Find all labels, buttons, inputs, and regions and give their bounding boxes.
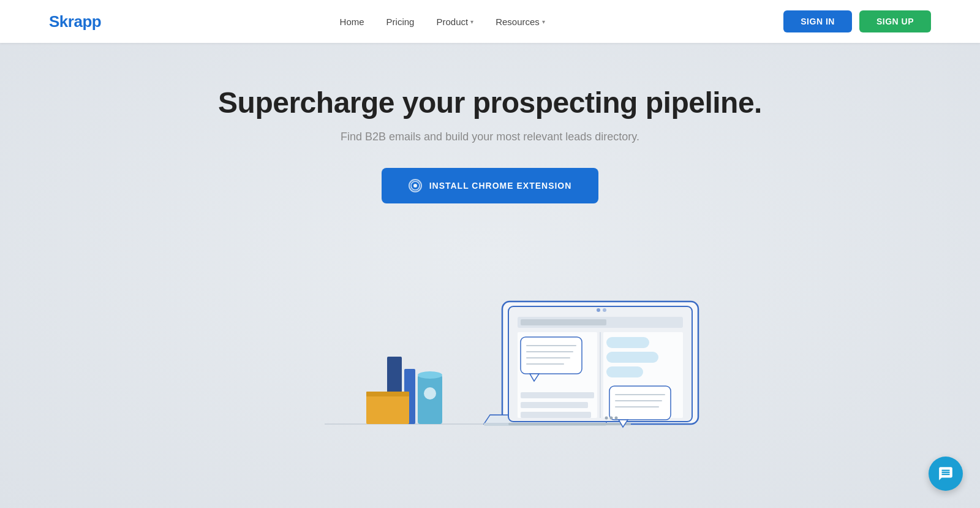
product-chevron-icon: ▾ (470, 18, 473, 25)
svg-rect-26 (606, 337, 649, 348)
chrome-icon (409, 179, 422, 192)
svg-rect-36 (521, 402, 588, 408)
svg-rect-30 (609, 386, 671, 420)
svg-point-7 (424, 387, 436, 400)
chat-widget[interactable] (929, 457, 963, 491)
resources-chevron-icon: ▾ (542, 18, 545, 25)
svg-point-38 (605, 417, 608, 420)
chat-bubble-icon (938, 466, 954, 482)
svg-point-39 (610, 417, 613, 420)
nav-links: Home Pricing Product ▾ Resources ▾ (340, 17, 545, 27)
svg-rect-19 (521, 337, 582, 374)
svg-point-6 (418, 371, 442, 379)
hero-title: Supercharge your prospecting pipeline. (218, 86, 762, 119)
svg-rect-17 (521, 319, 606, 325)
hero-section: Supercharge your prospecting pipeline. F… (0, 43, 980, 442)
svg-rect-12 (508, 423, 631, 425)
svg-point-14 (597, 308, 600, 312)
svg-rect-27 (606, 352, 658, 363)
svg-point-1 (413, 184, 417, 188)
nav-product[interactable]: Product ▾ (436, 17, 473, 27)
svg-rect-37 (521, 412, 591, 418)
svg-point-15 (603, 308, 606, 312)
logo[interactable]: Skrapp (49, 12, 101, 31)
svg-rect-8 (366, 393, 409, 424)
nav-actions: SIGN IN SIGN UP (783, 10, 931, 32)
nav-pricing[interactable]: Pricing (386, 17, 415, 27)
hero-illustration (0, 234, 980, 442)
svg-rect-28 (606, 366, 643, 377)
cta-button[interactable]: INSTALL CHROME EXTENSION (382, 168, 599, 203)
svg-rect-35 (521, 392, 594, 398)
signup-button[interactable]: SIGN UP (859, 10, 931, 32)
page-wrapper: Skrapp Home Pricing Product ▾ Resources … (0, 0, 980, 508)
hero-subtitle: Find B2B emails and build your most rele… (341, 131, 639, 143)
navbar: Skrapp Home Pricing Product ▾ Resources … (0, 0, 980, 43)
svg-rect-9 (366, 392, 409, 396)
nav-resources[interactable]: Resources ▾ (496, 17, 545, 27)
nav-home[interactable]: Home (340, 17, 364, 27)
svg-point-40 (615, 417, 618, 420)
signin-button[interactable]: SIGN IN (783, 10, 852, 32)
